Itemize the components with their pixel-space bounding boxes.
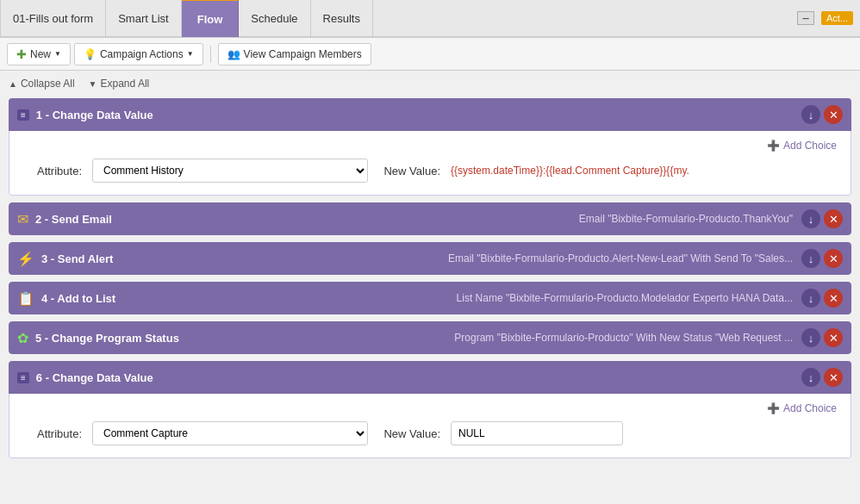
- step6-move-down-button[interactable]: ↓: [801, 368, 820, 387]
- step5-move-down-button[interactable]: ↓: [801, 328, 820, 347]
- step4-summary: List Name "Bixbite-Formulario-Producto.M…: [457, 292, 793, 304]
- step1-add-choice-button[interactable]: ➕ Add Choice: [767, 140, 837, 152]
- tab-smart-list[interactable]: Smart List: [106, 0, 182, 37]
- new-button[interactable]: ✚ New ▼: [7, 43, 71, 65]
- step2-icon: ✉: [17, 211, 28, 227]
- tab-flow[interactable]: Flow: [182, 0, 240, 37]
- tab-fills-out-form[interactable]: 01-Fills out form: [0, 0, 106, 37]
- step5-title: 5 - Change Program Status: [35, 332, 454, 345]
- tab-schedule[interactable]: Schedule: [239, 0, 310, 37]
- step4-title: 4 - Add to List: [41, 292, 457, 305]
- step5-close-button[interactable]: ✕: [824, 328, 843, 347]
- flow-step-6: ≡ 6 - Change Data Value ↓ ✕ ➕ Add Choice…: [9, 361, 851, 458]
- expand-icon: ▼: [89, 79, 97, 89]
- flow-step-1: ≡ 1 - Change Data Value ↓ ✕ ➕ Add Choice…: [9, 98, 851, 196]
- campaign-icon: 💡: [84, 48, 97, 60]
- campaign-chevron-icon: ▼: [187, 50, 194, 58]
- step1-new-value: {{system.dateTime}}:{{lead.Comment Captu…: [451, 165, 689, 177]
- step1-attribute-select[interactable]: Comment History: [92, 159, 368, 183]
- step5-icon: ✿: [17, 330, 28, 346]
- step2-summary: Email "Bixbite-Formulario-Producto.Thank…: [579, 213, 793, 225]
- step2-title: 2 - Send Email: [35, 213, 579, 226]
- step6-title: 6 - Change Data Value: [36, 371, 801, 384]
- flow-step-2: ✉ 2 - Send Email Email "Bixbite-Formular…: [9, 202, 851, 235]
- step3-icon: ⚡: [17, 251, 34, 267]
- step2-close-button[interactable]: ✕: [824, 209, 843, 228]
- step6-icon: ≡: [17, 372, 29, 383]
- step3-close-button[interactable]: ✕: [824, 249, 843, 268]
- step1-title: 1 - Change Data Value: [36, 109, 801, 121]
- collapse-all-button[interactable]: ▲ Collapse All: [9, 78, 75, 90]
- campaign-actions-button[interactable]: 💡 Campaign Actions ▼: [74, 43, 203, 65]
- view-campaign-members-button[interactable]: 👥 View Campaign Members: [218, 43, 371, 65]
- step6-new-value-input[interactable]: [451, 421, 623, 445]
- step3-move-down-button[interactable]: ↓: [801, 249, 820, 268]
- add-choice-icon: ➕: [767, 140, 780, 152]
- step6-close-button[interactable]: ✕: [824, 368, 843, 387]
- step1-new-value-label: New Value:: [378, 165, 440, 177]
- window-minimize-button[interactable]: ─: [797, 11, 814, 25]
- expand-all-button[interactable]: ▼ Expand All: [89, 78, 150, 90]
- step4-icon: 📋: [17, 290, 34, 307]
- step4-move-down-button[interactable]: ↓: [801, 289, 820, 308]
- collapse-icon: ▲: [9, 79, 17, 89]
- act-badge: Act...: [821, 11, 853, 25]
- view-members-icon: 👥: [227, 48, 240, 60]
- step6-add-choice-icon: ➕: [767, 402, 780, 414]
- flow-step-5: ✿ 5 - Change Program Status Program "Bix…: [9, 321, 851, 354]
- step5-summary: Program "Bixbite-Formulario-Producto" Wi…: [454, 332, 793, 344]
- step6-new-value-label: New Value:: [378, 427, 440, 440]
- step6-attribute-select[interactable]: Comment Capture: [92, 421, 368, 445]
- step1-close-button[interactable]: ✕: [824, 105, 843, 124]
- step6-attribute-label: Attribute:: [23, 427, 82, 440]
- step1-attribute-label: Attribute:: [23, 165, 82, 177]
- tab-results[interactable]: Results: [311, 0, 373, 37]
- new-chevron-icon: ▼: [54, 50, 61, 58]
- step2-move-down-button[interactable]: ↓: [801, 209, 820, 228]
- step6-add-choice-button[interactable]: ➕ Add Choice: [767, 402, 837, 414]
- step3-summary: Email "Bixbite-Formulario-Producto.Alert…: [448, 252, 793, 264]
- new-icon: ✚: [16, 47, 27, 61]
- flow-step-3: ⚡ 3 - Send Alert Email "Bixbite-Formular…: [9, 242, 851, 275]
- step4-close-button[interactable]: ✕: [824, 289, 843, 308]
- step1-move-down-button[interactable]: ↓: [801, 105, 820, 124]
- flow-step-4: 📋 4 - Add to List List Name "Bixbite-For…: [9, 282, 851, 314]
- step1-icon: ≡: [17, 109, 29, 121]
- step3-title: 3 - Send Alert: [41, 252, 448, 265]
